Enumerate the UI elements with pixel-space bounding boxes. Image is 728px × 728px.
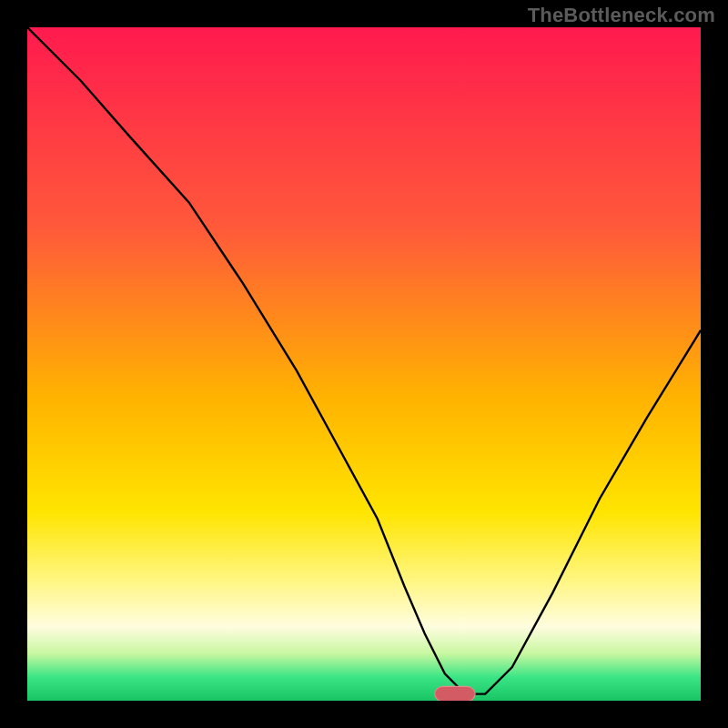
optimal-marker	[435, 686, 475, 701]
plot-area	[27, 27, 701, 701]
chart-svg	[27, 27, 701, 701]
watermark-text: TheBottleneck.com	[528, 4, 715, 27]
chart-frame: TheBottleneck.com	[0, 0, 728, 728]
gradient-background	[27, 27, 701, 701]
